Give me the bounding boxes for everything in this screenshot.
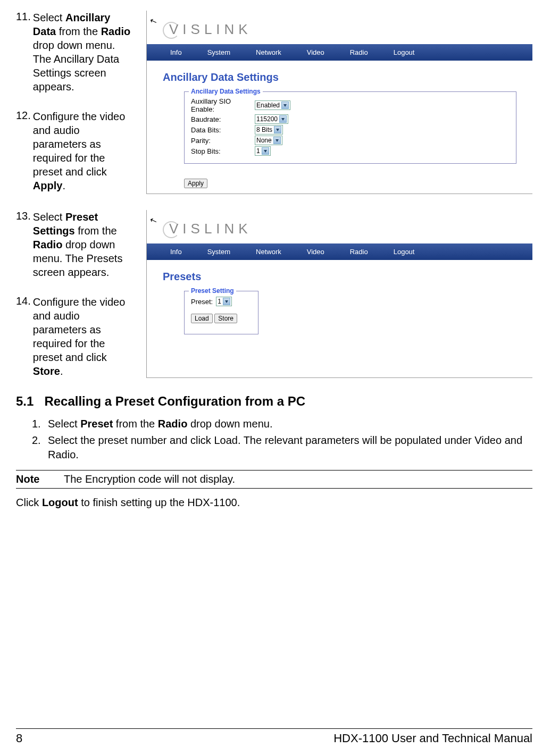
load-button[interactable]: Load xyxy=(191,314,213,323)
chevron-down-icon xyxy=(262,147,269,155)
preset-fieldset: Preset Setting Preset:1 Load Store xyxy=(184,291,258,334)
sio-select[interactable]: Enabled xyxy=(255,100,290,110)
page-title: Presets xyxy=(147,260,532,291)
menu-network[interactable]: Network xyxy=(243,46,294,58)
menubar: Info System Network Video Radio Logout xyxy=(147,44,532,61)
menu-video[interactable]: Video xyxy=(294,46,337,58)
page-title: Ancillary Data Settings xyxy=(147,61,532,91)
menu-video[interactable]: Video xyxy=(294,246,337,258)
ancillary-fieldset: Ancillary Data Settings Auxillary SIO En… xyxy=(184,91,516,164)
preset-select[interactable]: 1 xyxy=(216,297,232,306)
menu-logout[interactable]: Logout xyxy=(381,246,428,258)
menu-logout[interactable]: Logout xyxy=(381,46,428,58)
baud-select[interactable]: 115200 xyxy=(255,114,288,124)
sio-label: Auxillary SIO Enable: xyxy=(191,97,255,113)
step-group-presets: 13. Select Preset Settings from the Radi… xyxy=(16,210,532,378)
chevron-down-icon xyxy=(281,102,289,109)
databits-label: Data Bits: xyxy=(191,126,255,134)
step-13: 13. Select Preset Settings from the Radi… xyxy=(16,210,136,279)
stopbits-select[interactable]: 1 xyxy=(255,146,271,156)
step-group-ancillary: 11. Select Ancillary Data from the Radio… xyxy=(16,11,532,194)
preset-label: Preset: xyxy=(191,298,213,306)
doc-title: HDX-1100 User and Technical Manual xyxy=(333,732,532,745)
page-number: 8 xyxy=(16,732,22,745)
chevron-down-icon xyxy=(223,298,230,305)
parity-label: Parity: xyxy=(191,137,255,145)
store-button[interactable]: Store xyxy=(214,314,237,323)
page-footer: 8 HDX-1100 User and Technical Manual xyxy=(16,728,532,745)
ancillary-screenshot: ↖ VISLINK Info System Network Video Radi… xyxy=(146,11,532,194)
chevron-down-icon xyxy=(273,137,281,144)
baud-label: Baudrate: xyxy=(191,115,255,123)
section-step-2: 2. Select the preset number and click Lo… xyxy=(32,433,532,462)
chevron-down-icon xyxy=(274,126,281,133)
section-step-1: 1. Select Preset from the Radio drop dow… xyxy=(32,417,532,431)
logo: VISLINK xyxy=(147,11,532,44)
menu-system[interactable]: System xyxy=(195,46,243,58)
menu-system[interactable]: System xyxy=(195,246,243,258)
menu-info[interactable]: Info xyxy=(157,246,195,258)
final-instruction: Click Logout to finish setting up the HD… xyxy=(16,497,532,509)
step-12: 12. Configure the video and audio parame… xyxy=(16,110,136,192)
step-11: 11. Select Ancillary Data from the Radio… xyxy=(16,11,136,94)
parity-select[interactable]: None xyxy=(255,136,282,145)
note-box: Note The Encryption code will not displa… xyxy=(16,470,532,489)
step-14: 14. Configure the video and audio parame… xyxy=(16,295,136,378)
databits-select[interactable]: 8 Bits xyxy=(255,125,283,135)
chevron-down-icon xyxy=(279,115,287,123)
menu-radio[interactable]: Radio xyxy=(337,46,381,58)
menubar: Info System Network Video Radio Logout xyxy=(147,243,532,260)
menu-info[interactable]: Info xyxy=(157,46,195,58)
menu-network[interactable]: Network xyxy=(243,246,294,258)
section-heading: 5.1Recalling a Preset Configuration from… xyxy=(16,394,532,409)
presets-screenshot: ↖ VISLINK Info System Network Video Radi… xyxy=(146,210,532,378)
stopbits-label: Stop Bits: xyxy=(191,147,255,155)
menu-radio[interactable]: Radio xyxy=(337,246,381,258)
apply-button[interactable]: Apply xyxy=(184,179,207,188)
logo: VISLINK xyxy=(147,210,532,243)
